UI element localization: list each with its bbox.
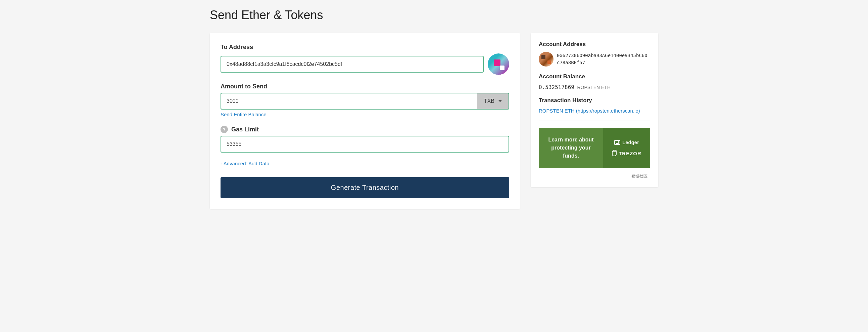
ad-right-section: Ledger TREZOR — [603, 128, 650, 168]
account-address-row: 0x627306090abaB3A6e1400e9345bC60c78a8BEf… — [539, 52, 650, 66]
account-address-title: Account Address — [539, 41, 650, 48]
account-info-panel: Account Address 0x627306090abaB3A6e1400e… — [531, 33, 658, 187]
tx-history-link[interactable]: ROPSTEN ETH (https://ropsten.etherscan.i… — [539, 108, 640, 114]
account-avatar — [539, 52, 554, 66]
send-form-panel: To Address Amount to Send TXB — [210, 33, 520, 209]
chevron-down-icon — [498, 100, 502, 102]
to-address-label: To Address — [220, 44, 509, 51]
balance-row: 0.532517869 ROPSTEN ETH — [539, 84, 650, 90]
transaction-history-section: Transaction History ROPSTEN ETH (https:/… — [539, 97, 650, 114]
gas-limit-input[interactable] — [220, 136, 509, 153]
main-content: To Address Amount to Send TXB — [210, 33, 658, 209]
account-balance-section: Account Balance 0.532517869 ROPSTEN ETH — [539, 73, 650, 90]
gas-limit-help-icon[interactable]: ? — [220, 126, 228, 133]
amount-row: TXB — [220, 93, 509, 110]
balance-unit: ROPSTEN ETH — [577, 85, 611, 90]
amount-input[interactable] — [220, 93, 477, 110]
ad-left-text: Learn more about protecting your funds. — [546, 136, 596, 160]
to-address-input[interactable] — [220, 56, 484, 73]
ledger-icon — [614, 140, 620, 145]
recipient-avatar — [488, 53, 509, 75]
generate-transaction-button[interactable]: Generate Transaction — [220, 177, 509, 198]
to-address-group: To Address — [220, 44, 509, 75]
gas-limit-group: ? Gas Limit — [220, 126, 509, 153]
advanced-link[interactable]: +Advanced: Add Data — [220, 161, 270, 166]
address-input-wrapper — [220, 53, 509, 75]
account-balance-title: Account Balance — [539, 73, 650, 80]
trezor-icon — [612, 151, 617, 156]
ad-left-section: Learn more about protecting your funds. — [539, 128, 603, 168]
amount-group: Amount to Send TXB Send Entire Balance — [220, 83, 509, 118]
divider — [539, 121, 650, 121]
trezor-logo: TREZOR — [612, 150, 642, 156]
ledger-logo: Ledger — [614, 139, 639, 145]
token-select-button[interactable]: TXB — [477, 93, 509, 110]
ledger-label: Ledger — [622, 139, 639, 145]
gas-limit-row: ? Gas Limit — [220, 126, 509, 133]
page-title: Send Ether & Tokens — [210, 8, 658, 22]
gas-limit-label: Gas Limit — [231, 126, 259, 133]
account-address-section: Account Address 0x627306090abaB3A6e1400e… — [539, 41, 650, 66]
balance-value: 0.532517869 — [539, 84, 574, 90]
send-entire-balance-link[interactable]: Send Entire Balance — [220, 112, 267, 117]
trezor-label: TREZOR — [619, 150, 642, 156]
amount-label: Amount to Send — [220, 83, 509, 90]
tx-history-title: Transaction History — [539, 97, 650, 104]
pixel-avatar-icon — [488, 53, 509, 75]
footer-text: 登链社区 — [539, 173, 650, 179]
account-address-value: 0x627306090abaB3A6e1400e9345bC60c78a8BEf… — [557, 52, 650, 66]
token-label: TXB — [484, 98, 494, 104]
ad-banner[interactable]: Learn more about protecting your funds. … — [539, 128, 650, 168]
